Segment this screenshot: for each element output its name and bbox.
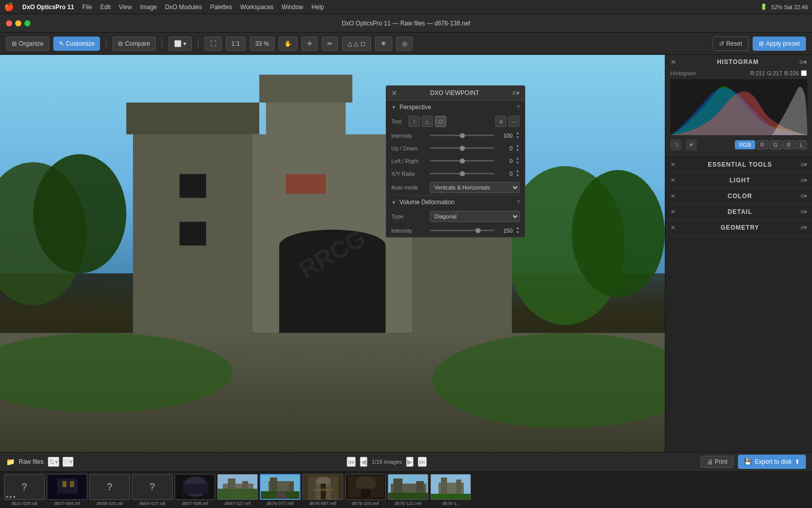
detail-close-button[interactable]: ✕ [670,208,675,215]
list-item[interactable]: ? d631-029.raf [4,474,45,506]
zoom-1-1-button[interactable]: 1:1 [226,37,246,51]
essential-close-button[interactable]: ✕ [670,161,675,168]
thumbnail[interactable] [345,474,386,500]
export-button[interactable]: 💾 Export to disk ⬆ [738,455,806,469]
intensity-slider[interactable] [430,135,494,136]
menu-workspaces[interactable]: Workspaces [240,4,274,11]
menu-file[interactable]: File [82,4,92,11]
thumbnail[interactable] [430,474,471,500]
viewpoint-close-button[interactable]: ✕ [391,89,397,97]
intensity-down[interactable]: ▼ [516,136,520,140]
print-button[interactable]: 🖨 Print [700,456,734,468]
minimize-button[interactable] [15,20,21,26]
thumbnail[interactable] [217,474,258,500]
sun-icon[interactable]: ☀ [686,139,697,150]
list-item[interactable]: d676-097.nef [302,474,343,506]
volume-help[interactable]: ? [517,199,520,205]
left-right-down[interactable]: ▼ [516,161,520,165]
list-item[interactable]: d667-027.orf [217,474,258,506]
brush-button[interactable]: ✏ [322,37,338,51]
next-image-button[interactable]: ▶ [406,457,414,467]
crosshair-button[interactable]: ✛ [301,37,318,51]
first-image-button[interactable]: ⏮ [347,457,356,467]
maximize-button[interactable] [24,20,30,26]
xy-down[interactable]: ▼ [516,174,520,178]
perspective-tool[interactable]: ⬡ [435,116,446,127]
left-right-up[interactable]: ▲ [516,156,520,161]
last-image-button[interactable]: ⏭ [418,457,427,467]
list-item[interactable]: d676-1.. [430,474,471,506]
volume-arrow[interactable]: ▼ [391,200,396,205]
viewpoint-menu-button[interactable]: ≡▾ [512,89,520,97]
intensity-thumb[interactable] [460,133,465,138]
thumbnail[interactable] [302,474,343,500]
list-item[interactable]: d667-008.orf [175,474,215,506]
apply-preset-button[interactable]: ⊞ Apply preset [753,37,806,51]
thumbnail[interactable] [260,474,300,500]
light-close-button[interactable]: ✕ [670,177,675,184]
customize-button[interactable]: ✎ Customize [53,37,100,51]
list-item[interactable]: ? d658-025.raf [89,474,130,506]
list-item[interactable]: d676-122.nef [388,474,428,506]
apple-menu[interactable]: 🍎 [4,2,14,12]
canvas-area[interactable]: RRCG ✕ DXO VIEWPOINT ≡▾ ▼ Perspective ? … [0,55,665,452]
list-item[interactable]: ? d659-027.raf [132,474,173,506]
essential-menu-button[interactable]: ≡▾ [800,161,807,168]
type-select[interactable]: Diagonal [430,211,520,222]
vol-down[interactable]: ▼ [516,231,520,235]
list-item[interactable]: d647-004.orf [47,474,87,506]
detail-menu-button[interactable]: ≡▾ [800,208,807,215]
channel-l-button[interactable]: L [796,140,807,149]
organize-button[interactable]: ⊞ Organize [6,37,49,51]
histogram-close-button[interactable]: ✕ [670,58,676,66]
intensity-up[interactable]: ▲ [516,131,520,135]
color-menu-button[interactable]: ≡▾ [800,193,807,200]
moon-icon[interactable]: ☽ [670,139,682,150]
vol-up[interactable]: ▲ [516,226,520,230]
filter-button[interactable]: ▽▾ [62,457,74,467]
compare-button[interactable]: ⧉ Compare [113,37,155,51]
list-item[interactable]: d676-103.nef [345,474,386,506]
menu-dxo-modules[interactable]: DxO Modules [165,4,202,11]
layout-button[interactable]: ⬜ ▾ [168,37,192,51]
sort-button[interactable]: ⇅▾ [48,457,59,467]
thumbnail[interactable]: ? [4,474,45,500]
auto-mode-select[interactable]: Verticals & Horizontals [430,182,520,193]
thumbnail[interactable]: ? [89,474,130,500]
thumbnail[interactable] [175,474,215,500]
zoom-in-icon[interactable]: ⊕ [495,116,506,127]
perspective-arrow[interactable]: ▼ [391,105,396,110]
xy-ratio-slider[interactable] [430,173,494,174]
thumbnail[interactable]: ? [132,474,173,500]
left-right-slider[interactable] [430,160,494,162]
up-down-thumb[interactable] [460,146,465,151]
list-item[interactable]: d676-077.nef [260,474,300,506]
perspective-help[interactable]: ? [517,104,520,110]
horizon-tool[interactable]: ⌇ [409,116,420,127]
channel-rgb-button[interactable]: RGB [735,140,755,149]
shape-tools[interactable]: △ △ ◻ [342,37,371,51]
vol-intensity-thumb[interactable] [476,228,481,233]
channel-r-button[interactable]: R [756,140,768,149]
thumbnail[interactable] [388,474,428,500]
thumbnail[interactable] [47,474,87,500]
color-close-button[interactable]: ✕ [670,193,675,200]
menu-window[interactable]: Window [282,4,303,11]
menu-help[interactable]: Help [312,4,324,11]
up-down-up[interactable]: ▲ [516,144,520,148]
prev-image-button[interactable]: ◀ [360,457,367,467]
histogram-menu-button[interactable]: ≡▾ [799,58,807,66]
hand-tool-button[interactable]: ✋ [279,37,297,51]
menu-image[interactable]: Image [140,4,157,11]
reset-button[interactable]: ↺ Reset [713,37,749,51]
geometry-close-button[interactable]: ✕ [670,224,675,231]
up-down-down[interactable]: ▼ [516,148,520,152]
menu-view[interactable]: View [119,4,132,11]
close-button[interactable] [6,20,12,26]
overlay-button[interactable]: ◎ [396,37,413,51]
light-menu-button[interactable]: ≡▾ [800,177,807,184]
channel-g-button[interactable]: G [769,140,782,149]
zoom-percent-button[interactable]: 33 % [250,37,275,51]
up-down-slider[interactable] [430,147,494,149]
xy-up[interactable]: ▲ [516,169,520,173]
